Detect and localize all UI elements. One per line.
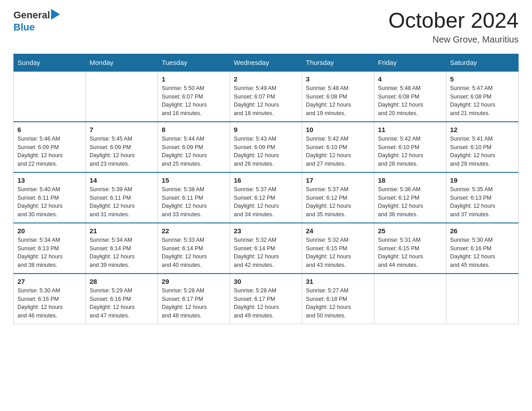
calendar-cell: 5Sunrise: 5:47 AM Sunset: 6:08 PM Daylig… <box>446 71 519 122</box>
day-info: Sunrise: 5:37 AM Sunset: 6:12 PM Dayligh… <box>234 185 298 219</box>
day-number: 10 <box>306 126 370 133</box>
day-number: 30 <box>234 278 298 285</box>
day-info: Sunrise: 5:35 AM Sunset: 6:13 PM Dayligh… <box>450 185 515 219</box>
weekday-header-row: SundayMondayTuesdayWednesdayThursdayFrid… <box>14 54 519 71</box>
day-number: 25 <box>378 227 442 235</box>
day-number: 23 <box>234 227 298 235</box>
calendar-cell: 16Sunrise: 5:37 AM Sunset: 6:12 PM Dayli… <box>230 172 302 223</box>
day-number: 22 <box>162 227 226 235</box>
location-title: New Grove, Mauritius <box>388 34 519 45</box>
day-info: Sunrise: 5:42 AM Sunset: 6:10 PM Dayligh… <box>306 135 370 168</box>
calendar-cell: 7Sunrise: 5:45 AM Sunset: 6:09 PM Daylig… <box>86 122 158 172</box>
calendar-cell: 14Sunrise: 5:39 AM Sunset: 6:11 PM Dayli… <box>86 172 158 223</box>
day-info: Sunrise: 5:45 AM Sunset: 6:09 PM Dayligh… <box>90 135 154 168</box>
calendar-cell: 25Sunrise: 5:31 AM Sunset: 6:15 PM Dayli… <box>374 223 446 274</box>
day-info: Sunrise: 5:50 AM Sunset: 6:07 PM Dayligh… <box>162 84 226 118</box>
weekday-header-tuesday: Tuesday <box>158 54 230 71</box>
calendar-cell <box>86 71 158 122</box>
day-number: 2 <box>234 75 298 83</box>
day-info: Sunrise: 5:32 AM Sunset: 6:14 PM Dayligh… <box>234 236 298 270</box>
calendar-cell: 22Sunrise: 5:33 AM Sunset: 6:14 PM Dayli… <box>158 223 230 274</box>
day-number: 7 <box>90 126 154 133</box>
day-number: 24 <box>306 227 370 235</box>
day-info: Sunrise: 5:31 AM Sunset: 6:15 PM Dayligh… <box>378 236 442 270</box>
calendar-cell: 19Sunrise: 5:35 AM Sunset: 6:13 PM Dayli… <box>446 172 519 223</box>
day-number: 4 <box>378 75 442 83</box>
day-info: Sunrise: 5:42 AM Sunset: 6:10 PM Dayligh… <box>378 135 442 168</box>
calendar-week-row: 27Sunrise: 5:30 AM Sunset: 6:16 PM Dayli… <box>14 274 519 324</box>
calendar-cell: 4Sunrise: 5:48 AM Sunset: 6:08 PM Daylig… <box>374 71 446 122</box>
day-number: 5 <box>450 75 515 83</box>
calendar-cell: 2Sunrise: 5:49 AM Sunset: 6:07 PM Daylig… <box>230 71 302 122</box>
calendar-cell: 21Sunrise: 5:34 AM Sunset: 6:14 PM Dayli… <box>86 223 158 274</box>
logo-blue-text: Blue <box>13 21 35 33</box>
day-info: Sunrise: 5:39 AM Sunset: 6:11 PM Dayligh… <box>90 185 154 219</box>
calendar-cell: 13Sunrise: 5:40 AM Sunset: 6:11 PM Dayli… <box>14 172 86 223</box>
weekday-header-sunday: Sunday <box>14 54 86 71</box>
weekday-header-saturday: Saturday <box>446 54 519 71</box>
calendar-cell <box>374 274 446 324</box>
logo-arrow-icon <box>51 9 60 20</box>
month-title: October 2024 <box>388 9 519 33</box>
day-number: 28 <box>90 278 154 285</box>
day-info: Sunrise: 5:41 AM Sunset: 6:10 PM Dayligh… <box>450 135 515 168</box>
weekday-header-monday: Monday <box>86 54 158 71</box>
calendar-cell: 26Sunrise: 5:30 AM Sunset: 6:16 PM Dayli… <box>446 223 519 274</box>
day-number: 16 <box>234 176 298 184</box>
day-info: Sunrise: 5:49 AM Sunset: 6:07 PM Dayligh… <box>234 84 298 118</box>
calendar-cell: 8Sunrise: 5:44 AM Sunset: 6:09 PM Daylig… <box>158 122 230 172</box>
day-number: 26 <box>450 227 515 235</box>
day-number: 29 <box>162 278 226 285</box>
day-number: 3 <box>306 75 370 83</box>
calendar-cell: 9Sunrise: 5:43 AM Sunset: 6:09 PM Daylig… <box>230 122 302 172</box>
day-number: 31 <box>306 278 370 285</box>
day-info: Sunrise: 5:48 AM Sunset: 6:08 PM Dayligh… <box>378 84 442 118</box>
logo: General Blue <box>13 9 60 33</box>
weekday-header-thursday: Thursday <box>302 54 374 71</box>
day-info: Sunrise: 5:30 AM Sunset: 6:16 PM Dayligh… <box>450 236 515 270</box>
weekday-header-friday: Friday <box>374 54 446 71</box>
day-number: 1 <box>162 75 226 83</box>
title-block: October 2024 New Grove, Mauritius <box>388 9 519 45</box>
day-number: 18 <box>378 176 442 184</box>
calendar-cell: 10Sunrise: 5:42 AM Sunset: 6:10 PM Dayli… <box>302 122 374 172</box>
calendar-cell: 17Sunrise: 5:37 AM Sunset: 6:12 PM Dayli… <box>302 172 374 223</box>
calendar-cell: 29Sunrise: 5:28 AM Sunset: 6:17 PM Dayli… <box>158 274 230 324</box>
day-number: 21 <box>90 227 154 235</box>
day-number: 11 <box>378 126 442 133</box>
day-number: 9 <box>234 126 298 133</box>
day-info: Sunrise: 5:32 AM Sunset: 6:15 PM Dayligh… <box>306 236 370 270</box>
day-info: Sunrise: 5:30 AM Sunset: 6:16 PM Dayligh… <box>17 287 82 320</box>
day-number: 6 <box>17 126 82 133</box>
calendar-cell: 30Sunrise: 5:28 AM Sunset: 6:17 PM Dayli… <box>230 274 302 324</box>
calendar-cell: 12Sunrise: 5:41 AM Sunset: 6:10 PM Dayli… <box>446 122 519 172</box>
calendar-cell: 1Sunrise: 5:50 AM Sunset: 6:07 PM Daylig… <box>158 71 230 122</box>
day-info: Sunrise: 5:36 AM Sunset: 6:12 PM Dayligh… <box>378 185 442 219</box>
day-info: Sunrise: 5:28 AM Sunset: 6:17 PM Dayligh… <box>234 287 298 320</box>
day-number: 8 <box>162 126 226 133</box>
logo-general-text: General <box>13 9 50 21</box>
day-info: Sunrise: 5:40 AM Sunset: 6:11 PM Dayligh… <box>17 185 82 219</box>
calendar-cell: 23Sunrise: 5:32 AM Sunset: 6:14 PM Dayli… <box>230 223 302 274</box>
calendar-week-row: 1Sunrise: 5:50 AM Sunset: 6:07 PM Daylig… <box>14 71 519 122</box>
day-info: Sunrise: 5:38 AM Sunset: 6:11 PM Dayligh… <box>162 185 226 219</box>
calendar-week-row: 13Sunrise: 5:40 AM Sunset: 6:11 PM Dayli… <box>14 172 519 223</box>
weekday-header-wednesday: Wednesday <box>230 54 302 71</box>
day-info: Sunrise: 5:37 AM Sunset: 6:12 PM Dayligh… <box>306 185 370 219</box>
calendar-cell: 11Sunrise: 5:42 AM Sunset: 6:10 PM Dayli… <box>374 122 446 172</box>
calendar-cell <box>446 274 519 324</box>
page-header: General Blue October 2024 New Grove, Mau… <box>13 9 519 45</box>
day-info: Sunrise: 5:48 AM Sunset: 6:08 PM Dayligh… <box>306 84 370 118</box>
day-info: Sunrise: 5:44 AM Sunset: 6:09 PM Dayligh… <box>162 135 226 168</box>
calendar-cell: 18Sunrise: 5:36 AM Sunset: 6:12 PM Dayli… <box>374 172 446 223</box>
calendar-cell: 31Sunrise: 5:27 AM Sunset: 6:18 PM Dayli… <box>302 274 374 324</box>
day-number: 14 <box>90 176 154 184</box>
day-info: Sunrise: 5:33 AM Sunset: 6:14 PM Dayligh… <box>162 236 226 270</box>
day-info: Sunrise: 5:43 AM Sunset: 6:09 PM Dayligh… <box>234 135 298 168</box>
calendar-table: SundayMondayTuesdayWednesdayThursdayFrid… <box>13 54 519 324</box>
svg-marker-0 <box>51 9 60 20</box>
day-info: Sunrise: 5:29 AM Sunset: 6:16 PM Dayligh… <box>90 287 154 320</box>
day-info: Sunrise: 5:34 AM Sunset: 6:13 PM Dayligh… <box>17 236 82 270</box>
calendar-week-row: 20Sunrise: 5:34 AM Sunset: 6:13 PM Dayli… <box>14 223 519 274</box>
day-number: 17 <box>306 176 370 184</box>
